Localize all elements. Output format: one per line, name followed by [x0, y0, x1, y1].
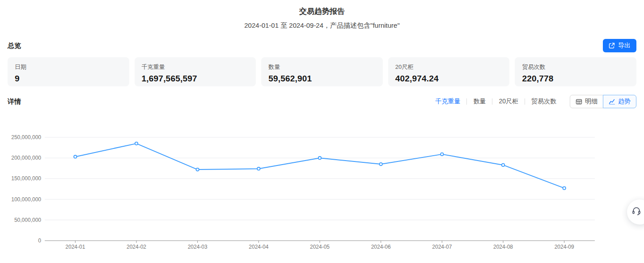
- table-icon: [576, 98, 582, 105]
- stat-value: 9: [15, 74, 122, 84]
- stat-card-date: 日期 9: [8, 57, 129, 86]
- y-axis-tick-label: 250,000,000: [11, 134, 41, 140]
- stat-value: 402,974.24: [395, 74, 503, 84]
- x-axis-tick-label: 2024-01: [65, 244, 85, 250]
- x-axis-tick-label: 2024-03: [188, 244, 208, 250]
- y-axis-tick-label: 0: [38, 238, 41, 244]
- details-section-header: 详情 千克重量 数量 20尺柜 贸易次数: [0, 94, 644, 109]
- y-axis-tick-label: 100,000,000: [11, 196, 41, 203]
- x-axis-tick-label: 2024-05: [310, 244, 330, 250]
- trend-line: [75, 144, 564, 188]
- trend-line-chart: 050,000,000100,000,000150,000,000200,000…: [0, 121, 644, 263]
- x-axis-tick-label: 2024-08: [493, 244, 513, 250]
- headset-icon: [631, 206, 644, 218]
- x-axis-tick-label: 2024-04: [249, 244, 268, 250]
- stat-label: 日期: [15, 63, 122, 71]
- stat-label: 千克重量: [142, 63, 249, 71]
- stat-label: 贸易次数: [522, 63, 629, 71]
- y-axis-tick-label: 200,000,000: [11, 155, 41, 161]
- export-button-label: 导出: [618, 42, 631, 50]
- metric-tab-kg-weight[interactable]: 千克重量: [435, 98, 460, 106]
- export-icon: [609, 42, 615, 49]
- view-toggle-trend-button[interactable]: 趋势: [603, 95, 636, 108]
- page-subtitle: 2024-01-01 至 2024-09-24，产品描述包含"furniture…: [0, 21, 644, 30]
- metric-tabs: 千克重量 数量 20尺柜 贸易次数: [435, 98, 556, 106]
- x-axis-tick-label: 2024-09: [555, 244, 574, 250]
- view-toggle-trend-label: 趋势: [618, 98, 631, 106]
- stat-card-20ft-container: 20尺柜 402,974.24: [388, 57, 510, 86]
- x-axis-tick-label: 2024-02: [127, 244, 146, 250]
- x-axis-tick-label: 2024-06: [371, 244, 391, 250]
- stat-label: 20尺柜: [395, 63, 503, 71]
- overview-cards: 日期 9 千克重量 1,697,565,597 数量 59,562,901 20…: [0, 57, 644, 86]
- stat-value: 220,778: [522, 74, 629, 84]
- stat-card-kg-weight: 千克重量 1,697,565,597: [135, 57, 256, 86]
- stat-value: 59,562,901: [268, 74, 376, 84]
- tab-divider: [466, 98, 467, 105]
- y-axis-tick-label: 150,000,000: [11, 175, 41, 182]
- details-title: 详情: [8, 98, 21, 106]
- metric-tab-quantity[interactable]: 数量: [473, 98, 486, 106]
- stat-card-trade-count: 贸易次数 220,778: [515, 57, 636, 86]
- view-toggle-group: 明细 趋势: [570, 95, 636, 108]
- page-title: 交易趋势报告: [0, 0, 644, 17]
- data-point[interactable]: [196, 168, 199, 171]
- overview-title: 总览: [8, 42, 21, 50]
- details-controls: 千克重量 数量 20尺柜 贸易次数 明细: [435, 95, 636, 108]
- export-button[interactable]: 导出: [603, 39, 636, 52]
- data-point[interactable]: [563, 187, 565, 189]
- data-point[interactable]: [74, 155, 76, 158]
- metric-tab-trade-count[interactable]: 贸易次数: [531, 98, 556, 106]
- overview-section-header: 总览 导出: [0, 38, 644, 53]
- data-point[interactable]: [257, 167, 260, 170]
- data-point[interactable]: [135, 142, 138, 145]
- data-point[interactable]: [441, 153, 443, 156]
- data-point[interactable]: [502, 164, 504, 166]
- metric-tab-20ft-container[interactable]: 20尺柜: [499, 98, 518, 106]
- x-axis-tick-label: 2024-07: [432, 244, 452, 250]
- tab-divider: [525, 98, 525, 105]
- view-toggle-detail-button[interactable]: 明细: [570, 95, 603, 108]
- stat-card-quantity: 数量 59,562,901: [261, 57, 383, 86]
- tab-divider: [492, 98, 492, 105]
- data-point[interactable]: [318, 157, 321, 159]
- y-axis-tick-label: 50,000,000: [14, 217, 41, 223]
- data-point[interactable]: [379, 163, 382, 165]
- stat-label: 数量: [268, 63, 376, 71]
- trend-icon: [609, 98, 615, 105]
- trend-chart: 050,000,000100,000,000150,000,000200,000…: [0, 121, 644, 263]
- trade-trend-report-page: 交易趋势报告 2024-01-01 至 2024-09-24，产品描述包含"fu…: [0, 0, 644, 263]
- stat-value: 1,697,565,597: [142, 74, 249, 84]
- view-toggle-detail-label: 明细: [585, 98, 597, 106]
